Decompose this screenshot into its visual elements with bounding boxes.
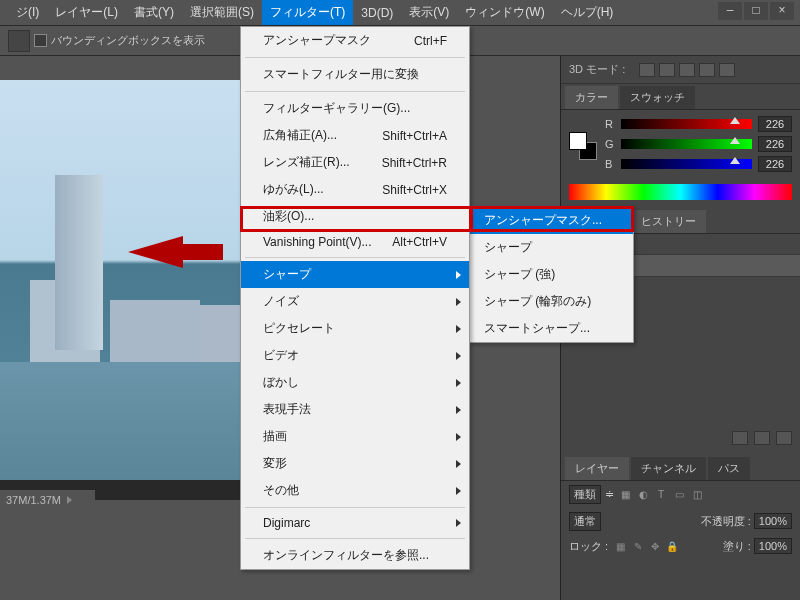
g-value[interactable]: 226: [758, 136, 792, 152]
bbox-label: バウンディングボックスを表示: [51, 33, 205, 48]
scale-icon[interactable]: [719, 63, 735, 77]
menu-window[interactable]: ウィンドウ(W): [457, 0, 552, 25]
lock-label: ロック :: [569, 539, 608, 554]
annotation-arrow: [128, 230, 223, 279]
slide-icon[interactable]: [699, 63, 715, 77]
orbit-icon[interactable]: [639, 63, 655, 77]
menu-item-vanishing-point[interactable]: Vanishing Point(V)...Alt+Ctrl+V: [241, 230, 469, 254]
menu-item-sharpen[interactable]: シャープ: [241, 261, 469, 288]
menu-item-oil-paint[interactable]: 油彩(O)...: [241, 203, 469, 230]
menu-item-blur[interactable]: ぼかし: [241, 369, 469, 396]
filter-menu-dropdown: アンシャープマスクCtrl+F スマートフィルター用に変換 フィルターギャラリー…: [240, 26, 470, 570]
submenu-sharpen-more[interactable]: シャープ (強): [470, 261, 633, 288]
submenu-sharpen-edges[interactable]: シャープ (輪郭のみ): [470, 288, 633, 315]
tab-layers[interactable]: レイヤー: [565, 457, 629, 480]
menu-select[interactable]: 選択範囲(S): [182, 0, 262, 25]
minimize-button[interactable]: –: [718, 2, 742, 20]
menu-item-wide-angle[interactable]: 広角補正(A)...Shift+Ctrl+A: [241, 122, 469, 149]
filter-adjust-icon[interactable]: ◐: [636, 489, 650, 501]
submenu-unsharp-mask[interactable]: アンシャープマスク...: [470, 207, 633, 234]
b-value[interactable]: 226: [758, 156, 792, 172]
status-text: 37M/1.37M: [6, 494, 61, 506]
submenu-smart-sharpen[interactable]: スマートシャープ...: [470, 315, 633, 342]
tab-paths[interactable]: パス: [708, 457, 750, 480]
lock-position-icon[interactable]: ✥: [648, 541, 661, 553]
menu-item-pixelate[interactable]: ピクセレート: [241, 315, 469, 342]
create-snapshot-icon[interactable]: [754, 431, 770, 445]
g-slider[interactable]: [621, 139, 752, 149]
tab-color[interactable]: カラー: [565, 86, 618, 109]
menu-item-filter-gallery[interactable]: フィルターギャラリー(G)...: [241, 95, 469, 122]
menu-item-stylize[interactable]: 表現手法: [241, 396, 469, 423]
tab-history[interactable]: ヒストリー: [631, 210, 706, 233]
control-strip: 3D モード :: [561, 56, 800, 84]
lock-transparency-icon[interactable]: ▦: [614, 541, 627, 553]
3d-mode-label: 3D モード :: [569, 62, 625, 77]
menu-help[interactable]: ヘルプ(H): [553, 0, 622, 25]
menu-bar: ジ(I) レイヤー(L) 書式(Y) 選択範囲(S) フィルター(T) 3D(D…: [0, 0, 800, 26]
menu-item-smart-filter[interactable]: スマートフィルター用に変換: [241, 61, 469, 88]
menu-filter[interactable]: フィルター(T): [262, 0, 353, 25]
pan-icon[interactable]: [659, 63, 675, 77]
color-spectrum[interactable]: [569, 184, 792, 200]
lock-pixels-icon[interactable]: ✎: [631, 541, 644, 553]
menu-item-render[interactable]: 描画: [241, 423, 469, 450]
opacity-value[interactable]: 100%: [754, 513, 792, 529]
status-menu-icon[interactable]: [67, 496, 72, 504]
blend-mode-select[interactable]: 通常: [569, 512, 601, 531]
tab-swatch[interactable]: スウォッチ: [620, 86, 695, 109]
menu-layer[interactable]: レイヤー(L): [47, 0, 126, 25]
sharpen-submenu: アンシャープマスク... シャープ シャープ (強) シャープ (輪郭のみ) ス…: [469, 206, 634, 343]
fg-bg-swatch[interactable]: [569, 132, 597, 160]
dolly-icon[interactable]: [679, 63, 695, 77]
r-label: R: [605, 118, 615, 130]
b-label: B: [605, 158, 615, 170]
submenu-sharpen[interactable]: シャープ: [470, 234, 633, 261]
r-value[interactable]: 226: [758, 116, 792, 132]
svg-marker-0: [128, 236, 223, 268]
color-panel: カラー スウォッチ R226 G226 B226: [561, 84, 800, 210]
fill-value[interactable]: 100%: [754, 538, 792, 554]
layers-panel: レイヤー チャンネル パス 種類 ≑ ▦ ◐ T ▭ ◫ 通常 不透明度 : 1…: [561, 457, 800, 558]
bbox-checkbox[interactable]: [34, 34, 47, 47]
menu-item-other[interactable]: その他: [241, 477, 469, 504]
menu-view[interactable]: 表示(V): [401, 0, 457, 25]
menu-item-digimarc[interactable]: Digimarc: [241, 511, 469, 535]
filter-shape-icon[interactable]: ▭: [672, 489, 686, 501]
filter-smart-icon[interactable]: ◫: [690, 489, 704, 501]
status-bar: 37M/1.37M: [0, 490, 95, 510]
menu-item-video[interactable]: ビデオ: [241, 342, 469, 369]
menu-item-distort[interactable]: 変形: [241, 450, 469, 477]
close-button[interactable]: ×: [770, 2, 794, 20]
g-label: G: [605, 138, 615, 150]
opacity-label: 不透明度 :: [701, 515, 751, 527]
menu-item-lens-correction[interactable]: レンズ補正(R)...Shift+Ctrl+R: [241, 149, 469, 176]
create-document-icon[interactable]: [732, 431, 748, 445]
fill-label: 塗り :: [723, 540, 751, 552]
b-slider[interactable]: [621, 159, 752, 169]
menu-item-last-filter[interactable]: アンシャープマスクCtrl+F: [241, 27, 469, 54]
filter-type-icon[interactable]: T: [654, 489, 668, 501]
tool-preset-button[interactable]: [8, 30, 30, 52]
lock-all-icon[interactable]: 🔒: [665, 541, 678, 553]
tab-channels[interactable]: チャンネル: [631, 457, 706, 480]
delete-state-icon[interactable]: [776, 431, 792, 445]
layer-kind-select[interactable]: 種類: [569, 485, 601, 504]
menu-image[interactable]: ジ(I): [8, 0, 47, 25]
menu-item-noise[interactable]: ノイズ: [241, 288, 469, 315]
submenu-arrow-icon: [456, 271, 461, 279]
menu-item-browse-filters[interactable]: オンラインフィルターを参照...: [241, 542, 469, 569]
r-slider[interactable]: [621, 119, 752, 129]
menu-item-liquify[interactable]: ゆがみ(L)...Shift+Ctrl+X: [241, 176, 469, 203]
maximize-button[interactable]: □: [744, 2, 768, 20]
menu-3d[interactable]: 3D(D): [353, 2, 401, 24]
menu-type[interactable]: 書式(Y): [126, 0, 182, 25]
filter-pixel-icon[interactable]: ▦: [618, 489, 632, 501]
